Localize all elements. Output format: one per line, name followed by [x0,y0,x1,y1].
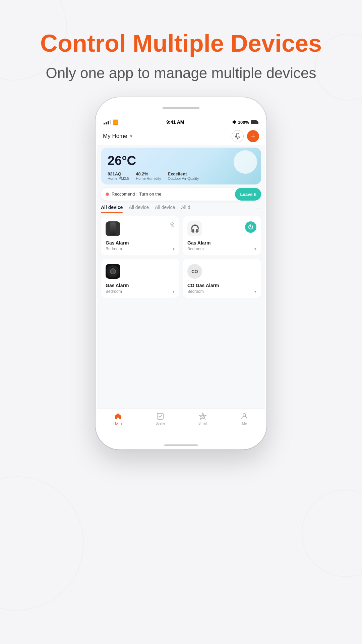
humidity-stat: 48.2% Home Humidity [136,171,161,180]
temperature: 26°C [108,154,254,168]
gas-alarm-icon-1 [106,221,120,236]
nav-label-home: Home [114,422,123,425]
expand-icon-4[interactable]: ▾ [254,289,256,294]
airpods-icon: 🎧 [190,224,199,233]
cloud-decoration [234,150,257,174]
device-card-3[interactable]: Gas Alarm Bedroom ▾ [101,259,179,298]
wifi-icon: 📶 [113,119,118,125]
device-location-text-1: Bedroom [106,247,122,251]
tab-all-device-4[interactable]: All d [181,205,190,213]
tabs-more-icon[interactable]: ··· [256,205,261,212]
signal-area: 📶 [104,119,118,125]
recommendation-banner[interactable]: Reccomend：Turn on the ✕ Leave h [101,188,261,201]
nav-item-smart[interactable]: Smart [198,412,207,425]
device-icon-area-2: 🎧 [187,221,256,236]
nav-label-smart: Smart [198,422,207,425]
bottom-nav: Home Scene Smart [97,409,265,431]
device-icon-area-1 [106,221,175,236]
weather-stats: 821AQI Home PM2.5 48.2% Home Humidity Ex… [108,171,254,180]
device-location-3: Bedroom ▾ [106,289,175,294]
device-location-text-4: Bedroom [187,289,204,294]
bluetooth-icon-1 [169,221,175,230]
add-button[interactable]: + [247,130,259,142]
phone-notch [163,107,199,109]
device-name-4: CO Gas Alarm [187,283,256,288]
scroll-area[interactable]: My Home ▼ + [97,127,265,423]
header-actions: + [232,130,259,142]
svg-rect-0 [236,133,239,137]
bluetooth-icon: ✱ [232,120,236,125]
device-icon-area-4: CO [187,264,256,279]
aqi-stat: 821AQI Home PM2.5 [108,171,129,180]
expand-icon-3[interactable]: ▾ [173,289,175,294]
svg-rect-2 [157,413,163,419]
power-button-2[interactable] [245,221,256,233]
device-card-2[interactable]: 🎧 Gas Alarm Bedroom ▾ [183,216,261,255]
device-grid: Gas Alarm Bedroom ▾ 🎧 [97,213,265,301]
home-selector[interactable]: My Home ▼ [103,133,133,140]
camera-icon [106,264,120,279]
device-location-4: Bedroom ▾ [187,289,256,294]
home-indicator [164,444,198,446]
rec-indicator [106,193,109,196]
chevron-down-icon: ▼ [129,134,133,138]
battery-icon [251,120,258,124]
nav-item-me[interactable]: Me [240,412,248,425]
humidity-value: 48.2% [136,171,161,176]
nav-label-me: Me [242,422,247,425]
outdoor-value: Excellent [168,171,199,176]
device-location-1: Bedroom ▾ [106,247,175,251]
rec-text: Reccomend：Turn on the [112,191,250,197]
phone-screen: 📶 9:41 AM ✱ 100% My Home ▼ [97,116,265,431]
tab-all-device-3[interactable]: All device [155,205,175,213]
nav-label-scene: Scene [156,422,165,425]
expand-icon-2[interactable]: ▾ [254,247,256,251]
svg-point-4 [202,415,204,417]
device-location-text-2: Bedroom [187,247,204,251]
status-bar: 📶 9:41 AM ✱ 100% [97,116,265,127]
aqi-value: 821AQI [108,171,129,176]
device-tabs: All device All device All device All d ·… [97,201,265,213]
gas-alarm-icon-2: 🎧 [187,221,202,236]
page-subtitle: Only one app to manage multiple devices [0,65,362,82]
device-name-3: Gas Alarm [106,283,175,288]
rec-action-button[interactable]: Leave h [235,188,261,201]
outdoor-label: Outdoor Air Quality [168,176,199,180]
svg-point-5 [243,414,246,416]
phone-mockup: 📶 9:41 AM ✱ 100% My Home ▼ [96,97,266,449]
home-label: My Home [103,133,127,140]
svg-marker-3 [199,413,206,419]
device-card-1[interactable]: Gas Alarm Bedroom ▾ [101,216,179,255]
app-header: My Home ▼ + [97,127,265,145]
weather-card: 26°C 821AQI Home PM2.5 48.2% Home Humidi… [101,148,261,184]
nav-item-scene[interactable]: Scene [156,412,165,425]
device-name-2: Gas Alarm [187,240,256,246]
outdoor-stat: Excellent Outdoor Air Quality [168,171,199,180]
battery-area: ✱ 100% [232,120,258,125]
device-location-2: Bedroom ▾ [187,247,256,251]
battery-percent: 100% [238,120,249,125]
expand-icon-1[interactable]: ▾ [173,247,175,251]
device-card-4[interactable]: CO CO Gas Alarm Bedroom ▾ [183,259,261,298]
co-badge-icon: CO [187,264,202,279]
tab-all-device-1[interactable]: All device [101,205,123,213]
device-location-text-3: Bedroom [106,289,122,294]
mic-button[interactable] [232,130,244,142]
device-icon-area-3 [106,264,175,279]
tab-all-device-2[interactable]: All device [129,205,149,213]
signal-icon [104,120,111,124]
status-time: 9:41 AM [166,119,184,125]
aqi-label: Home PM2.5 [108,176,129,180]
humidity-label: Home Humidity [136,176,161,180]
nav-item-home[interactable]: Home [114,412,123,425]
device-name-1: Gas Alarm [106,240,175,246]
